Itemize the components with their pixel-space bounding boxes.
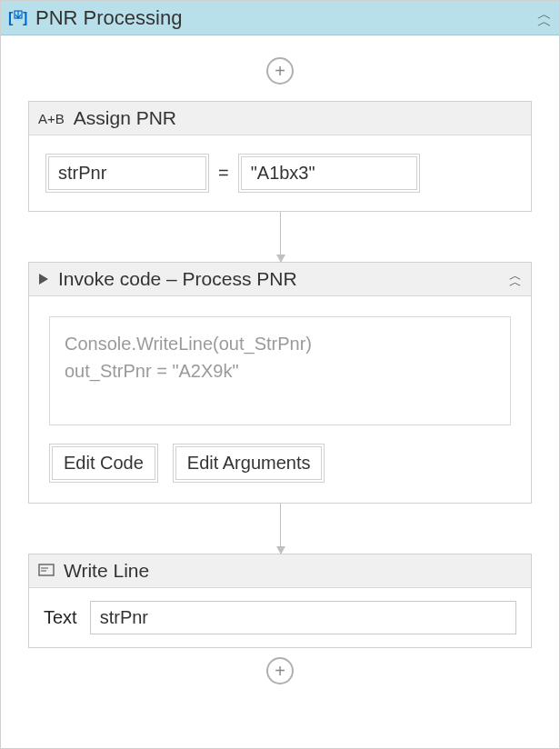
invoke-code-activity[interactable]: Invoke code – Process PNR ︿︿ Console.Wri…	[28, 262, 532, 504]
invoke-header[interactable]: Invoke code – Process PNR ︿︿	[29, 263, 531, 296]
collapse-icon[interactable]: ︿︿	[509, 273, 522, 285]
assign-value-input[interactable]: "A1bx3"	[238, 154, 420, 193]
invoke-body: Console.WriteLine(out_StrPnr) out_StrPnr…	[29, 296, 531, 503]
writeline-text-input[interactable]: strPnr	[90, 601, 516, 634]
sequence-icon: [ ]	[8, 8, 28, 28]
writeline-body: Text strPnr	[29, 588, 531, 647]
workflow-designer-panel: [ ] PNR Processing ︿︿ + A+B Assign PNR s…	[0, 0, 560, 749]
sequence-header[interactable]: [ ] PNR Processing ︿︿	[1, 1, 559, 35]
sequence-body: + A+B Assign PNR strPnr = "A1bx3"	[1, 35, 559, 748]
add-activity-bottom-button[interactable]: +	[266, 657, 294, 684]
assign-activity[interactable]: A+B Assign PNR strPnr = "A1bx3"	[28, 101, 532, 212]
writeline-activity[interactable]: Write Line Text strPnr	[28, 554, 532, 648]
sequence-title: PNR Processing	[35, 6, 530, 30]
svg-marker-3	[39, 274, 48, 285]
flow-connector	[280, 212, 281, 262]
svg-text:]: ]	[23, 10, 27, 25]
writeline-header[interactable]: Write Line	[29, 554, 531, 588]
writeline-title: Write Line	[64, 560, 522, 582]
edit-arguments-button[interactable]: Edit Arguments	[173, 444, 325, 483]
equals-label: =	[218, 163, 229, 184]
svg-rect-4	[39, 564, 54, 575]
code-line: Console.WriteLine(out_StrPnr)	[65, 330, 495, 357]
assign-icon: A+B	[38, 111, 65, 126]
collapse-icon[interactable]: ︿︿	[537, 11, 552, 25]
svg-text:[: [	[8, 10, 14, 25]
invoke-title: Invoke code – Process PNR	[58, 268, 500, 290]
assign-header[interactable]: A+B Assign PNR	[29, 102, 531, 135]
text-label: Text	[44, 607, 77, 628]
add-activity-top-button[interactable]: +	[266, 57, 294, 85]
assign-body: strPnr = "A1bx3"	[29, 135, 531, 211]
code-preview[interactable]: Console.WriteLine(out_StrPnr) out_StrPnr…	[49, 316, 511, 425]
assign-title: Assign PNR	[74, 107, 522, 129]
writeline-icon	[38, 564, 55, 578]
assign-to-input[interactable]: strPnr	[45, 154, 209, 193]
flow-connector	[280, 504, 281, 554]
edit-code-button[interactable]: Edit Code	[49, 444, 158, 483]
code-line: out_StrPnr = "A2X9k"	[65, 357, 495, 384]
expand-triangle-icon[interactable]	[38, 273, 49, 285]
